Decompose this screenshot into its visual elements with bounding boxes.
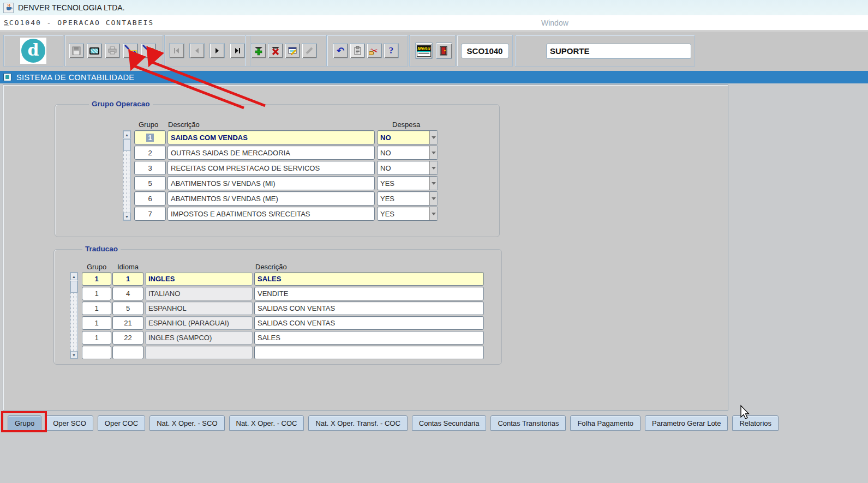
first-record-button[interactable]: [169, 43, 184, 58]
cell-descricao[interactable]: SALIDAS CON VENTAS: [254, 316, 484, 330]
last-record-button[interactable]: [230, 43, 245, 58]
cell-descricao[interactable]: SALES: [254, 272, 484, 286]
cell-grupo[interactable]: 2: [134, 146, 166, 160]
cut-record-button[interactable]: ✂: [367, 43, 382, 58]
save-button[interactable]: [69, 43, 84, 58]
tab-nat-x-oper-transf-coc[interactable]: Nat. X Oper. Transf. - COC: [308, 415, 407, 431]
cell-idioma[interactable]: 5: [112, 301, 143, 315]
cell-idioma[interactable]: 1: [112, 272, 143, 286]
tab-folha-pagamento[interactable]: Folha Pagamento: [570, 415, 640, 431]
table-row[interactable]: 6 ABATIMENTOS S/ VENDAS (ME) YES: [134, 191, 438, 206]
clear-record-button[interactable]: [302, 43, 317, 58]
tab-nat-x-oper-coc[interactable]: Nat. X Oper. - COC: [229, 415, 304, 431]
cell-descricao[interactable]: OUTRAS SAIDAS DE MERCADORIA: [167, 146, 375, 160]
cell-idioma[interactable]: 4: [112, 287, 143, 300]
tab-oper-coc[interactable]: Oper COC: [98, 415, 145, 431]
scrollbar-thumb[interactable]: [123, 139, 130, 151]
scroll-down-icon[interactable]: ▼: [123, 213, 130, 220]
cell-descricao[interactable]: VENDITE: [254, 287, 484, 300]
cell-descricao[interactable]: RECEITAS COM PRESTACAO DE SERVICOS: [167, 161, 375, 175]
menu-button[interactable]: Menu: [415, 43, 433, 59]
toolbar-logo-panel: d: [3, 35, 63, 67]
cell-despesa[interactable]: YES: [377, 176, 438, 190]
cell-despesa[interactable]: NO: [377, 161, 438, 175]
cell-grupo[interactable]: 1: [82, 316, 111, 330]
list-item[interactable]: 1 4 ITALIANO VENDITE: [82, 287, 484, 300]
cell-descricao[interactable]: SALIDAS CON VENTAS: [254, 301, 484, 315]
cell-descricao[interactable]: [254, 346, 484, 359]
list-item[interactable]: 1 1 INGLES SALES: [82, 272, 484, 286]
cell-grupo[interactable]: 1: [82, 287, 111, 300]
cell-despesa[interactable]: NO: [377, 146, 438, 160]
cell-descricao[interactable]: ABATIMENTOS S/ VENDAS (ME): [167, 191, 375, 206]
user-field[interactable]: SUPORTE: [546, 44, 691, 59]
scroll-down-icon[interactable]: ▼: [70, 351, 77, 359]
list-item[interactable]: 1 21 ESPANHOL (PARAGUAI) SALIDAS CON VEN…: [82, 316, 484, 330]
cell-descricao[interactable]: ABATIMENTOS S/ VENDAS (MI): [167, 176, 375, 190]
next-record-button[interactable]: [209, 43, 225, 58]
cell-despesa[interactable]: YES: [377, 207, 438, 221]
cell-grupo[interactable]: 1: [82, 272, 111, 286]
undo-button[interactable]: ↶: [333, 43, 348, 58]
cell-descricao[interactable]: IMPOSTOS E ABATIMENTOS S/RECEITAS: [167, 207, 375, 221]
table-row[interactable]: 2 OUTRAS SAIDAS DE MERCADORIA NO: [134, 146, 438, 160]
col-header-trad-descricao: Descrição: [255, 263, 287, 271]
dropdown-arrow-icon[interactable]: [429, 207, 438, 220]
tab-contas-secundaria[interactable]: Contas Secundaria: [412, 415, 487, 431]
tab-grupo[interactable]: Grupo: [8, 415, 41, 431]
tab-contas-transitorias[interactable]: Contas Transitorias: [490, 415, 566, 431]
clipboard-button[interactable]: [350, 43, 365, 58]
dropdown-arrow-icon[interactable]: [429, 192, 438, 205]
cell-idioma[interactable]: 22: [112, 331, 143, 345]
cell-grupo[interactable]: 1: [82, 331, 111, 345]
cell-grupo[interactable]: 5: [134, 176, 166, 190]
grupo-operacao-scrollbar[interactable]: ▲ ▼: [123, 130, 131, 221]
cell-descricao[interactable]: SALES: [254, 331, 484, 345]
scroll-up-icon[interactable]: ▲: [123, 131, 130, 138]
enter-query-button[interactable]: ?: [123, 43, 138, 58]
cell-despesa[interactable]: YES: [377, 191, 438, 206]
dropdown-arrow-icon[interactable]: [429, 177, 438, 190]
cell-grupo[interactable]: 3: [134, 161, 166, 175]
previous-record-button[interactable]: [189, 43, 205, 58]
list-item[interactable]: 1 5 ESPANHOL SALIDAS CON VENTAS: [82, 301, 484, 315]
tab-nat-x-oper-sco[interactable]: Nat. X Oper. - SCO: [149, 415, 224, 431]
edit-record-button[interactable]: [285, 43, 300, 58]
delete-record-button[interactable]: [268, 43, 283, 58]
traducao-scrollbar[interactable]: ▲ ▼: [70, 272, 78, 359]
cell-grupo[interactable]: 6: [134, 191, 166, 206]
cell-grupo[interactable]: 7: [134, 207, 166, 221]
tab-relatorios[interactable]: Relatorios: [732, 415, 779, 431]
dropdown-arrow-icon[interactable]: [429, 161, 438, 174]
cell-idioma-nome: ESPANHOL: [145, 301, 253, 315]
cell-grupo[interactable]: 1: [134, 130, 166, 144]
insert-record-button[interactable]: [251, 43, 266, 58]
cell-grupo[interactable]: 1: [82, 301, 111, 315]
menu-module-item[interactable]: SCO1040 - OPERACAO CONTABEIS: [4, 19, 154, 27]
exit-button[interactable]: [436, 43, 452, 59]
dropdown-arrow-icon[interactable]: [429, 146, 438, 159]
tab-parametro-gerar-lote[interactable]: Parametro Gerar Lote: [645, 415, 728, 431]
menu-window-item[interactable]: Window: [541, 19, 568, 27]
print-screen-button[interactable]: [87, 43, 102, 58]
cell-grupo[interactable]: [82, 346, 111, 359]
previous-record-icon: [193, 46, 201, 55]
cell-idioma[interactable]: 21: [112, 316, 143, 330]
table-row[interactable]: 5 ABATIMENTOS S/ VENDAS (MI) YES: [134, 176, 438, 190]
module-code-field[interactable]: SCO1040: [461, 44, 509, 58]
table-row[interactable]: 1 SAIDAS COM VENDAS NO: [134, 130, 438, 144]
execute-query-button[interactable]: [141, 43, 156, 58]
scrollbar-thumb[interactable]: [70, 281, 77, 293]
cell-descricao[interactable]: SAIDAS COM VENDAS: [167, 130, 375, 144]
tab-oper-sco[interactable]: Oper SCO: [46, 415, 93, 431]
cell-idioma[interactable]: [112, 346, 143, 359]
help-button[interactable]: ?: [384, 43, 399, 58]
list-item[interactable]: 1 22 INGLES (SAMPCO) SALES: [82, 331, 484, 345]
table-row[interactable]: 3 RECEITAS COM PRESTACAO DE SERVICOS NO: [134, 161, 438, 175]
dropdown-arrow-icon[interactable]: [429, 131, 438, 144]
scroll-up-icon[interactable]: ▲: [70, 273, 77, 280]
table-row[interactable]: 7 IMPOSTOS E ABATIMENTOS S/RECEITAS YES: [134, 207, 438, 221]
print-button[interactable]: [105, 43, 120, 58]
cell-despesa[interactable]: NO: [377, 130, 438, 144]
list-item[interactable]: [82, 346, 484, 359]
